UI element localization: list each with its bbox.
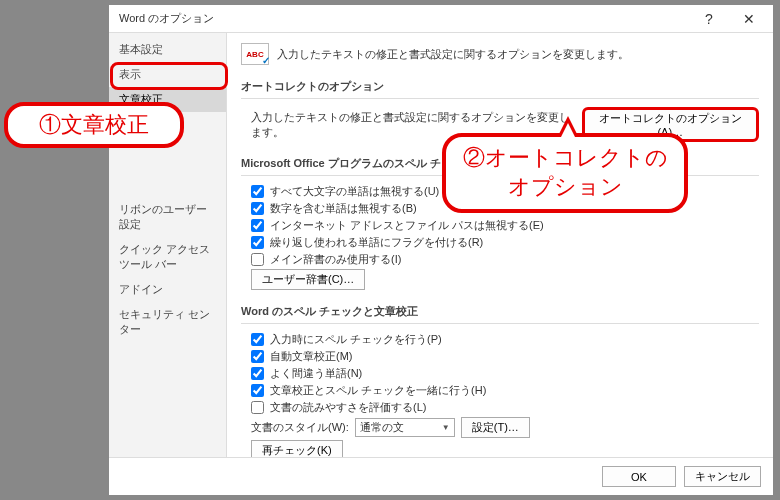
lbl-auto-grammar: 自動文章校正(M) — [270, 349, 353, 364]
lbl-main-dict: メイン辞書のみ使用する(I) — [270, 252, 401, 267]
lbl-readability: 文書の読みやすさを評価する(L) — [270, 400, 426, 415]
chk-ignore-uppercase[interactable] — [251, 185, 264, 198]
chk-confused-words[interactable] — [251, 367, 264, 380]
writing-style-value: 通常の文 — [360, 420, 404, 435]
chk-ignore-internet[interactable] — [251, 219, 264, 232]
sidebar-item-addins[interactable]: アドイン — [109, 277, 226, 302]
lbl-flag-repeated: 繰り返し使われる単語にフラグを付ける(R) — [270, 235, 483, 250]
cancel-button[interactable]: キャンセル — [684, 466, 761, 487]
lbl-spell-as-type: 入力時にスペル チェックを行う(P) — [270, 332, 442, 347]
sidebar-item-ribbon[interactable]: リボンのユーザー設定 — [109, 197, 226, 237]
help-button[interactable]: ? — [689, 6, 729, 32]
chk-auto-grammar[interactable] — [251, 350, 264, 363]
sidebar-item-save[interactable]: 保存 — [109, 112, 226, 137]
user-dict-button[interactable]: ユーザー辞書(C)… — [251, 269, 365, 290]
chk-flag-repeated[interactable] — [251, 236, 264, 249]
chk-readability[interactable] — [251, 401, 264, 414]
section-word-spell-title: Word のスペル チェックと文章校正 — [241, 300, 759, 324]
lbl-grammar-with-spell: 文章校正とスペル チェックを一緒に行う(H) — [270, 383, 486, 398]
writing-style-select[interactable]: 通常の文▼ — [355, 418, 455, 437]
sidebar-item-security[interactable]: セキュリティ センター — [109, 302, 226, 342]
intro-row: ABC 入力したテキストの修正と書式設定に関するオプションを変更します。 — [241, 43, 759, 65]
chk-grammar-with-spell[interactable] — [251, 384, 264, 397]
lbl-ignore-numbers: 数字を含む単語は無視する(B) — [270, 201, 417, 216]
sidebar-item-qat[interactable]: クイック アクセス ツール バー — [109, 237, 226, 277]
chk-ignore-numbers[interactable] — [251, 202, 264, 215]
sidebar-item-display[interactable]: 表示 — [109, 62, 226, 87]
sidebar-item-proofing[interactable]: 文章校正 — [109, 87, 226, 112]
content-panel: ABC 入力したテキストの修正と書式設定に関するオプションを変更します。 オート… — [227, 33, 773, 457]
recheck-button[interactable]: 再チェック(K) — [251, 440, 343, 457]
close-button[interactable]: ✕ — [729, 6, 769, 32]
section-office-spell-title: Microsoft Office プログラムのスペル チェック — [241, 152, 759, 176]
section-autocorrect-title: オートコレクトのオプション — [241, 75, 759, 99]
chk-main-dict[interactable] — [251, 253, 264, 266]
options-dialog: Word のオプション ? ✕ 基本設定 表示 文章校正 保存 リボンのユーザー… — [108, 4, 774, 496]
chevron-down-icon: ▼ — [442, 423, 450, 432]
lbl-confused-words: よく間違う単語(N) — [270, 366, 362, 381]
sidebar: 基本設定 表示 文章校正 保存 リボンのユーザー設定 クイック アクセス ツール… — [109, 33, 227, 457]
settings-button[interactable]: 設定(T)… — [461, 417, 530, 438]
chk-spell-as-type[interactable] — [251, 333, 264, 346]
lbl-ignore-internet: インターネット アドレスとファイル パスは無視する(E) — [270, 218, 544, 233]
dialog-footer: OK キャンセル — [109, 457, 773, 495]
intro-text: 入力したテキストの修正と書式設定に関するオプションを変更します。 — [277, 47, 629, 62]
proofing-icon: ABC — [241, 43, 269, 65]
titlebar: Word のオプション ? ✕ — [109, 5, 773, 33]
autocorrect-desc: 入力したテキストの修正と書式設定に関するオプションを変更します。 — [251, 110, 576, 140]
sidebar-item-general[interactable]: 基本設定 — [109, 37, 226, 62]
lbl-ignore-uppercase: すべて大文字の単語は無視する(U) — [270, 184, 439, 199]
ok-button[interactable]: OK — [602, 466, 676, 487]
style-label: 文書のスタイル(W): — [251, 420, 349, 435]
dialog-title: Word のオプション — [119, 11, 689, 26]
autocorrect-options-button[interactable]: オートコレクトのオプション(A)… — [582, 107, 760, 142]
